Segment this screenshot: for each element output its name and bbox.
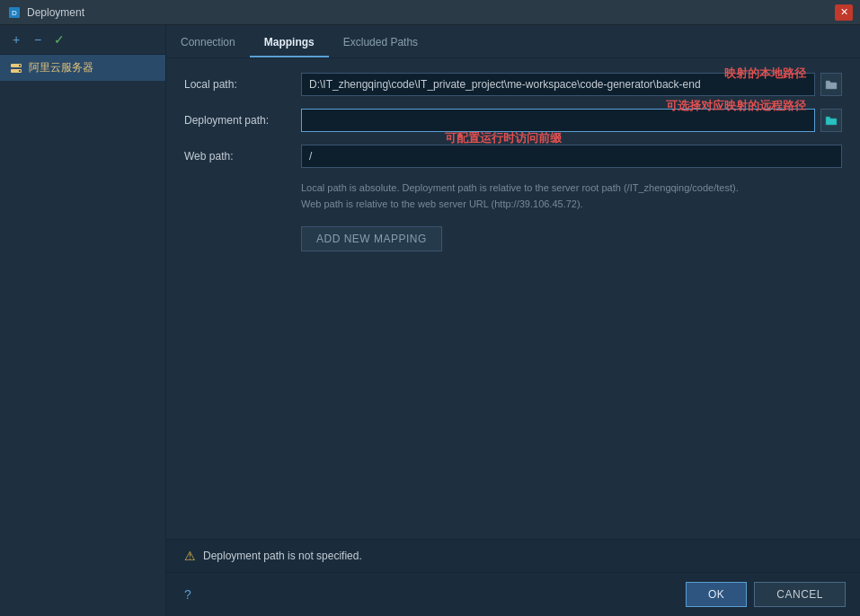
sidebar: + − ✓ 阿里云服务器 — [0, 25, 166, 616]
deployment-path-label: Deployment path: — [184, 114, 301, 127]
content-area: Connection Mappings Excluded Paths 映射的本地… — [166, 25, 860, 616]
tab-bar: Connection Mappings Excluded Paths — [166, 25, 860, 58]
bottom-bar: ? OK CANCEL — [166, 572, 860, 616]
warning-icon: ⚠ — [184, 549, 196, 563]
window-title: Deployment — [27, 6, 835, 19]
web-path-input[interactable] — [301, 145, 842, 168]
cancel-button[interactable]: CANCEL — [754, 582, 846, 607]
svg-text:D: D — [12, 9, 17, 17]
title-bar: D Deployment ✕ — [0, 0, 860, 25]
local-path-browse-button[interactable] — [820, 73, 842, 96]
local-path-row: Local path: — [184, 73, 842, 96]
sidebar-item-server[interactable]: 阿里云服务器 — [0, 55, 165, 81]
server-icon — [9, 61, 23, 75]
server-name: 阿里云服务器 — [29, 60, 93, 75]
tab-connection[interactable]: Connection — [166, 29, 250, 57]
tab-excluded-paths[interactable]: Excluded Paths — [329, 29, 432, 57]
web-path-row: Web path: — [184, 145, 842, 168]
local-path-label: Local path: — [184, 78, 301, 91]
tab-mappings[interactable]: Mappings — [250, 29, 329, 57]
main-layout: + − ✓ 阿里云服务器 Connection Mappings Exclude… — [0, 25, 860, 616]
hint-text: Local path is absolute. Deployment path … — [184, 180, 842, 212]
add-server-button[interactable]: + — [7, 31, 25, 48]
deployment-path-input-wrap — [301, 109, 842, 132]
ok-button[interactable]: OK — [686, 582, 747, 607]
web-path-label: Web path: — [184, 150, 301, 163]
local-path-input-wrap — [301, 73, 842, 96]
help-icon[interactable]: ? — [184, 587, 191, 602]
sidebar-toolbar: + − ✓ — [0, 25, 165, 55]
deployment-path-input[interactable] — [301, 109, 815, 132]
warning-bar: ⚠ Deployment path is not specified. — [166, 539, 860, 572]
hint-line2: Web path is relative to the web server U… — [301, 198, 583, 209]
form-content: 映射的本地路径 Local path: 可选择对应映射的远程路径 Deploym… — [166, 58, 860, 313]
local-path-input[interactable] — [301, 73, 815, 96]
content-spacer — [166, 313, 860, 540]
remove-server-button[interactable]: − — [29, 31, 47, 48]
close-button[interactable]: ✕ — [835, 4, 853, 21]
add-mapping-button[interactable]: ADD NEW MAPPING — [301, 226, 442, 251]
check-server-button[interactable]: ✓ — [50, 31, 68, 48]
deployment-path-row: Deployment path: — [184, 109, 842, 132]
hint-line1: Local path is absolute. Deployment path … — [301, 182, 739, 193]
deployment-path-browse-button[interactable] — [820, 109, 842, 132]
warning-text: Deployment path is not specified. — [203, 550, 362, 562]
app-icon: D — [7, 5, 22, 20]
svg-point-5 — [19, 70, 21, 72]
svg-point-4 — [19, 65, 21, 66]
web-path-input-wrap — [301, 145, 842, 168]
